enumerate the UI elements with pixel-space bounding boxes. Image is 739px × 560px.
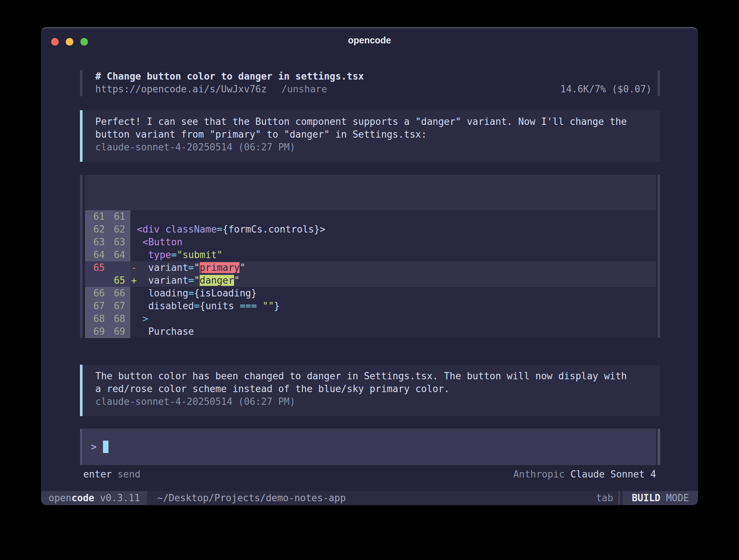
- assistant-message: The button color has been changed to dan…: [80, 365, 660, 416]
- status-divider: [618, 491, 620, 505]
- model-indicator: Anthropic Claude Sonnet 4: [513, 468, 656, 481]
- diff-line: 6767 disabled={units === ""}: [85, 300, 656, 312]
- edit-tool-card: Edit packages/frontend/src/containers/Se…: [80, 175, 660, 338]
- token-usage-stats: 14.6K/7% ($0.07): [560, 83, 652, 96]
- window-title: opencode: [41, 35, 698, 46]
- prompt-symbol: >: [91, 441, 97, 452]
- diff-line: 6969 Purchase: [85, 325, 656, 338]
- message-line: button variant from "primary" to "danger…: [95, 128, 653, 141]
- edit-card-right-rule: [658, 175, 660, 338]
- diff-line: 6262 <div className={formCs.controls}>: [85, 223, 656, 236]
- diff-line: 6363 <Button: [85, 236, 656, 249]
- diff-line: 65- variant="primary": [85, 261, 656, 274]
- diff-view: 61616262 <div className={formCs.controls…: [85, 210, 656, 338]
- hint-row: enter send Anthropic Claude Sonnet 4: [83, 468, 656, 481]
- edit-tool-header: Edit packages/frontend/src/containers/Se…: [85, 175, 656, 210]
- send-hint: enter send: [83, 468, 141, 481]
- window-titlebar[interactable]: opencode: [41, 28, 698, 52]
- message-line: Perfect! I can see that the Button compo…: [95, 115, 653, 128]
- text-cursor: [103, 441, 108, 453]
- edit-card-left-rule: [80, 175, 83, 338]
- mode-chip[interactable]: BUILD MODE: [623, 491, 698, 505]
- prompt-input[interactable]: >: [80, 429, 660, 465]
- session-header-left-rule: [80, 70, 83, 96]
- diff-line: 6161: [85, 210, 656, 223]
- prompt-right-rule: [658, 429, 660, 465]
- diff-line: 6666 loading={isLoading}: [85, 287, 656, 300]
- session-header: # Change button color to danger in setti…: [80, 70, 660, 96]
- session-header-right-rule: [658, 70, 660, 96]
- model-timestamp: claude-sonnet-4-20250514 (06:27 PM): [95, 395, 653, 408]
- message-line: The button color has been changed to dan…: [95, 370, 653, 383]
- prompt-left-rule: [80, 429, 83, 465]
- status-bar: opencode v0.3.11 ~/Desktop/Projects/demo…: [41, 491, 698, 505]
- prompt-text-area[interactable]: >: [83, 429, 656, 465]
- working-directory: ~/Desktop/Projects/demo-notes-app: [157, 492, 346, 503]
- share-url-link[interactable]: https://opencode.ai/s/UwJxv76z: [95, 83, 267, 96]
- unshare-command[interactable]: /unshare: [282, 83, 327, 96]
- opencode-window: opencode # Change button color to danger…: [41, 27, 698, 505]
- diff-line: 65+ variant="danger": [85, 274, 656, 287]
- message-line: a red/rose color scheme instead of the b…: [95, 383, 653, 395]
- assistant-message-text: The button color has been changed to dan…: [95, 370, 653, 395]
- diff-line: 6464 type="submit": [85, 249, 656, 261]
- desktop-background: opencode # Change button color to danger…: [0, 0, 739, 560]
- assistant-message-text: Perfect! I can see that the Button compo…: [95, 115, 653, 141]
- session-title: # Change button color to danger in setti…: [95, 70, 652, 83]
- app-version-chip: opencode v0.3.11: [41, 491, 147, 505]
- model-timestamp: claude-sonnet-4-20250514 (06:27 PM): [95, 141, 653, 154]
- assistant-message: Perfect! I can see that the Button compo…: [80, 110, 660, 162]
- tab-key-hint: tab: [596, 492, 613, 503]
- diff-line: 6868 >: [85, 312, 656, 325]
